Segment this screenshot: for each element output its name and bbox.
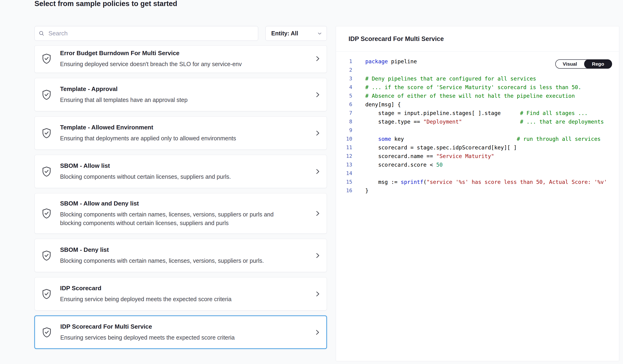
code-text: package pipeline [365,58,417,64]
detail-title: IDP Scorecard For Multi Service [349,35,444,43]
entity-filter-label: Entity: All [271,30,298,37]
policy-title: SBOM - Allow list [60,162,310,170]
search-icon [38,30,45,37]
line-number: 16 [336,188,352,193]
policy-card-body: SBOM - Allow list Blocking components wi… [60,162,310,181]
code-text: stage = input.pipeline.stages[_].stage #… [365,110,588,116]
code-line: 16} [336,186,619,195]
code-text: # Deny pipelines that are configured for… [365,76,536,82]
search-box [34,26,258,41]
code-editor[interactable]: Visual Rego 1package pipeline23# Deny pi… [336,52,619,195]
code-text: some key # run through all services [365,136,601,142]
code-text: # Absence of either of these will not ha… [365,93,575,99]
code-line: 8 stage.type == "Deployment" # ... that … [336,117,619,126]
visual-rego-toggle: Visual Rego [555,59,612,69]
policy-card[interactable]: Template - Allowed Environment Ensuring … [34,116,327,150]
shield-check-icon [42,208,51,219]
line-number: 10 [336,136,352,142]
shield-check-icon [42,128,51,138]
chevron-down-icon [317,31,322,36]
policy-card-body: SBOM - Allow and Deny list Blocking comp… [60,199,310,227]
code-text: scorecard = stage.spec.idpScorecard[key]… [365,145,517,150]
policy-description: Ensuring that deployments are applied on… [60,134,284,143]
policy-title: Template - Approval [60,85,310,93]
policy-description: Ensuring service being deployed meets th… [60,295,284,303]
policy-list: Error Budget Burndown For Multi Service … [34,45,327,349]
line-number: 14 [336,170,352,176]
line-number: 7 [336,110,352,116]
code-line: 7 stage = input.pipeline.stages[_].stage… [336,109,619,117]
code-line: 5# Absence of either of these will not h… [336,91,619,100]
policy-card-body: Template - Approval Ensuring that all te… [60,85,310,104]
policy-card[interactable]: Template - Approval Ensuring that all te… [34,78,327,111]
policy-card-body: Error Budget Burndown For Multi Service … [60,49,310,68]
shield-check-icon [42,166,51,177]
toggle-rego[interactable]: Rego [584,59,612,69]
code-line: 12 scorecard.name == "Service Maturity" [336,152,619,160]
chevron-right-icon [314,329,321,336]
line-number: 1 [336,58,352,64]
policy-title: IDP Scorecard [60,284,310,292]
line-number: 9 [336,127,352,133]
toggle-visual[interactable]: Visual [556,60,584,68]
shield-check-icon [42,327,52,338]
entity-filter-select[interactable]: Entity: All [266,26,327,41]
code-line: 11 scorecard = stage.spec.idpScorecard[k… [336,143,619,152]
policy-card-body: Template - Allowed Environment Ensuring … [60,123,310,143]
code-text: scorecard.name == "Service Maturity" [365,153,494,159]
policy-card[interactable]: SBOM - Allow and Deny list Blocking comp… [34,193,327,234]
policy-card-body: IDP Scorecard Ensuring service being dep… [60,284,310,303]
policy-card-body: SBOM - Deny list Blocking components wit… [60,246,310,265]
line-number: 5 [336,93,352,99]
code-text: scorecard.score < 50 [365,162,443,168]
policy-description: Ensuring deployed service doesn't breach… [60,60,284,68]
policy-description: Blocking components with certain names, … [60,210,284,227]
chevron-right-icon [314,91,321,98]
code-text: deny[msg] { [365,102,401,107]
code-line: 6deny[msg] { [336,100,619,109]
code-line: 10 some key # run through all services [336,134,619,143]
chevron-right-icon [314,252,321,259]
search-input[interactable] [48,30,254,37]
policy-title: IDP Scorecard For Multi Service [60,322,310,330]
policy-card[interactable]: Error Budget Burndown For Multi Service … [34,45,327,73]
line-number: 2 [336,67,352,73]
policy-title: Error Budget Burndown For Multi Service [60,49,310,57]
policy-title: Template - Allowed Environment [60,123,310,131]
line-number: 6 [336,102,352,107]
chevron-right-icon [314,130,321,137]
code-line: 13 scorecard.score < 50 [336,160,619,169]
code-line: 3# Deny pipelines that are configured fo… [336,74,619,83]
shield-check-icon [42,53,51,64]
policy-detail-panel: IDP Scorecard For Multi Service Visual R… [336,26,619,361]
chevron-right-icon [314,290,321,298]
policy-description: Blocking components with certain names, … [60,257,284,265]
code-line: 15 msg := sprintf("service '%s' has scor… [336,178,619,186]
code-line: 9 [336,126,619,134]
policy-card[interactable]: IDP Scorecard Ensuring service being dep… [34,277,327,310]
line-number: 13 [336,162,352,168]
code-line: 14 [336,169,619,178]
line-number: 8 [336,119,352,125]
shield-check-icon [42,289,51,299]
shield-check-icon [42,250,51,261]
policy-card[interactable]: SBOM - Allow list Blocking components wi… [34,155,327,188]
policy-card[interactable]: SBOM - Deny list Blocking components wit… [34,239,327,272]
code-lines: 1package pipeline23# Deny pipelines that… [336,57,619,195]
policy-description: Blocking components without certain lice… [60,172,284,181]
line-number: 4 [336,84,352,90]
page-title: Select from sample policies to get start… [34,0,177,8]
policy-title: SBOM - Allow and Deny list [60,199,310,207]
policy-card-body: IDP Scorecard For Multi Service Ensuring… [60,322,310,342]
line-number: 15 [336,179,352,185]
chevron-right-icon [314,55,321,62]
line-number: 12 [336,153,352,159]
line-number: 3 [336,76,352,82]
code-text: } [365,188,369,194]
detail-header: IDP Scorecard For Multi Service [336,26,619,52]
code-line: 4# ... if the score of 'Service Maturity… [336,83,619,91]
policy-card[interactable]: IDP Scorecard For Multi Service Ensuring… [34,316,327,349]
code-text: # ... if the score of 'Service Maturity'… [365,84,581,90]
line-number: 11 [336,145,352,150]
policy-description: Ensuring that all templates have an appr… [60,96,284,104]
